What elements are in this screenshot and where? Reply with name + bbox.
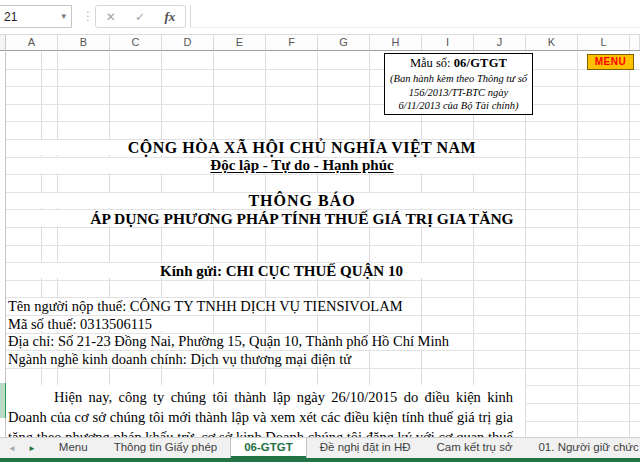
row-header-sliver[interactable] <box>0 52 6 437</box>
sheet-tab-cam-ket-tru-so[interactable]: Cam kết trụ sở <box>424 438 526 458</box>
formula-input[interactable] <box>190 5 640 28</box>
column-header-a[interactable]: A <box>6 35 58 50</box>
column-header-k[interactable]: K <box>526 35 578 50</box>
column-header-e[interactable]: E <box>214 35 266 50</box>
worksheet-grid[interactable]: Mẫu số: 06/GTGT (Ban hành kèm theo Thông… <box>0 52 640 437</box>
greeting-line: Kính gửi: CHI CỤC THUẾ QUẬN 10 <box>160 263 403 280</box>
body-paragraph: Hiện nay, công ty chúng tôi thành lập ng… <box>8 387 513 437</box>
sheet-tab-thong-tin-giay-phep[interactable]: Thông tin Giấy phép <box>101 438 231 458</box>
form-number-box: Mẫu số: 06/GTGT (Ban hành kèm theo Thông… <box>384 53 533 115</box>
sheet-tab-menu[interactable]: Menu <box>46 438 101 458</box>
business-sector-line: Ngành nghề kinh doanh chính: Dịch vụ thư… <box>8 351 351 368</box>
column-header-g[interactable]: G <box>318 35 370 50</box>
column-header-fill <box>630 35 640 50</box>
formula-bar-splitter-icon[interactable]: ⋮ <box>82 9 94 23</box>
national-subtitle: Độc lập - Tự do - Hạnh phúc <box>0 157 604 174</box>
tax-code-line: Mã số thuế: 0313506115 <box>8 316 152 333</box>
horizontal-gridlines <box>0 52 640 437</box>
form-number-value: 06/GTGT <box>454 56 508 70</box>
column-header-i[interactable]: I <box>422 35 474 50</box>
tab-scroll-right-icon[interactable]: ► <box>28 444 36 453</box>
sheet-tab-de-nghi-dat-in-hd[interactable]: Đề nghị đặt in HĐ <box>307 438 424 458</box>
taxpayer-name-line: Tên người nộp thuế: CÔNG TY TNHH DỊCH VỤ… <box>8 298 403 315</box>
column-header-l[interactable]: L <box>578 35 630 50</box>
column-header-h[interactable]: H <box>370 35 422 50</box>
enter-icon[interactable]: ✓ <box>135 10 145 24</box>
sheet-tab-01-nguoi-giu-chuc-danh[interactable]: 01. Người giữ chức danh <box>525 438 640 458</box>
status-accent-bar <box>0 458 640 462</box>
form-number-label: Mẫu số: <box>410 56 454 70</box>
doc-subtitle: ÁP DỤNG PHƯƠNG PHÁP TÍNH THUẾ GIÁ TRỊ GI… <box>0 210 604 228</box>
column-header-f[interactable]: F <box>266 35 318 50</box>
column-header-j[interactable]: J <box>474 35 526 50</box>
name-box[interactable]: 21 ▾ <box>0 5 72 28</box>
column-header-d[interactable]: D <box>162 35 214 50</box>
name-box-value: 21 <box>4 10 17 24</box>
excel-window: 21 ▾ ⋮ ✕ ✓ fx A B C D E F G H I J K L <box>0 0 640 462</box>
menu-button[interactable]: MENU <box>587 54 634 70</box>
form-number-line: Mẫu số: 06/GTGT <box>385 56 532 71</box>
selected-row-indicator <box>0 383 6 418</box>
formula-bar: 21 ▾ ⋮ ✕ ✓ fx <box>0 0 640 34</box>
column-headers: A B C D E F G H I J K L <box>0 34 640 51</box>
sheet-tab-bar: ◄ ► Menu Thông tin Giấy phép 06-GTGT Đề … <box>0 437 640 458</box>
column-header-c[interactable]: C <box>110 35 162 50</box>
column-header-b[interactable]: B <box>58 35 110 50</box>
formula-button-group: ✕ ✓ fx <box>95 5 186 28</box>
name-box-dropdown-icon[interactable]: ▾ <box>61 11 66 21</box>
doc-title: THÔNG BÁO <box>0 192 604 210</box>
cancel-icon[interactable]: ✕ <box>106 10 116 24</box>
tab-nav-arrows: ◄ ► <box>0 438 46 458</box>
address-line: Địa chỉ: Số 21-23 Đồng Nai, Phường 15, Q… <box>8 333 449 350</box>
form-circular-note: (Ban hành kèm theo Thông tư số 156/2013/… <box>385 72 532 113</box>
national-title: CỘNG HÒA XÃ HỘI CHỦ NGHĨA VIỆT NAM <box>0 139 604 157</box>
sheet-tab-06-gtgt-active[interactable]: 06-GTGT <box>230 438 307 458</box>
tab-scroll-left-icon[interactable]: ◄ <box>8 444 16 453</box>
insert-function-icon[interactable]: fx <box>164 9 175 25</box>
